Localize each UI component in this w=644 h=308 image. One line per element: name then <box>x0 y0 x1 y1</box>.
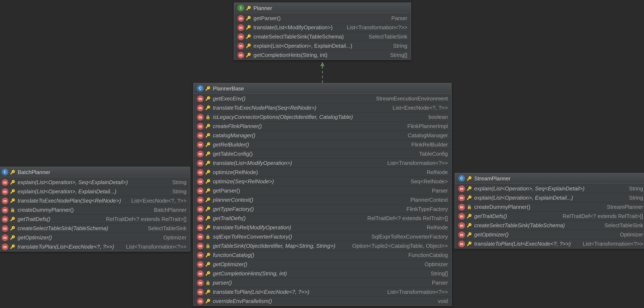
method-row[interactable]: m🔑getOptimizer()Optimizer <box>194 259 451 269</box>
method-row[interactable]: m🔑getTraitDefs()RelTraitDef<? extends Re… <box>0 214 190 223</box>
method-row[interactable]: m🔑explain(List<Operation>, ExplainDetail… <box>234 41 411 50</box>
class-title-row[interactable]: C🔑StreamPlanner <box>455 173 644 184</box>
method-row[interactable]: m🔑getTableConfig()TableConfig <box>194 149 451 158</box>
key-icon: 🔑 <box>467 195 472 200</box>
method-row[interactable]: m🔑getTypeFactory()FlinkTypeFactory <box>194 204 451 213</box>
method-row[interactable]: m🔑explain(List<Operation>, ExplainDetail… <box>0 187 190 196</box>
lock-icon: 🔒 <box>10 207 15 212</box>
uml-class-plannerbase[interactable]: C🔑PlannerBasem🔑getExecEnv()StreamExecuti… <box>193 83 452 306</box>
method-icon: m <box>197 252 204 258</box>
class-title-row[interactable]: I🔑Planner <box>234 3 411 14</box>
return-type: RelNode <box>427 224 448 231</box>
method-row[interactable]: m🔑getTraitDefs()RelTraitDef<? extends Re… <box>194 213 451 223</box>
method-row[interactable]: m🔑catalogManager()CatalogManager <box>194 131 451 140</box>
method-row[interactable]: m🔑getParser()Parser <box>194 186 451 195</box>
uml-diagram-canvas[interactable]: I🔑Plannerm🔑getParser()Parserm🔑translate(… <box>0 0 644 308</box>
uml-class-planner[interactable]: I🔑Plannerm🔑getParser()Parserm🔑translate(… <box>234 3 411 60</box>
method-icon: m <box>197 224 204 231</box>
key-icon: 🔑 <box>205 262 210 267</box>
method-icon: m <box>197 206 204 212</box>
method-row[interactable]: m🔒sqlExprToRexConverterFactory()SqlExprT… <box>194 232 451 241</box>
method-row[interactable]: m🔑createSelectTableSink(TableSchema)Sele… <box>234 32 411 41</box>
method-row[interactable]: m🔑translateToRel(ModifyOperation)RelNode <box>194 223 451 232</box>
method-row[interactable]: m🔑optimize(Seq<RelNode>)Seq<RelNode> <box>194 177 451 186</box>
return-type: List<ExecNode<?, ?>> <box>392 105 448 111</box>
method-row[interactable]: m🔑overrideEnvParallelism()void <box>194 296 451 305</box>
method-icon: m <box>197 261 204 268</box>
return-type: RelTraitDef<? extends RelTrait>[] <box>106 216 186 222</box>
method-row[interactable]: m🔑translateToPlan(List<ExecNode<?, ?>>)L… <box>194 287 451 296</box>
method-icon: m <box>197 114 204 120</box>
key-icon: 🔑 <box>205 179 210 184</box>
method-row[interactable]: m🔑translateToPlan(List<ExecNode<?, ?>>)L… <box>0 242 190 251</box>
key-icon: 🔑 <box>246 25 251 30</box>
return-type: StreamExecutionEnvironment <box>376 95 448 102</box>
uml-class-batchplanner[interactable]: C🔑BatchPlannerm🔑explain(List<Operation>,… <box>0 167 190 251</box>
return-type: boolean <box>428 114 448 120</box>
class-title-row[interactable]: C🔑BatchPlanner <box>0 167 190 177</box>
method-row[interactable]: m🔑getCompletionHints(String, int)String[… <box>194 269 451 278</box>
method-icon: m <box>238 24 244 31</box>
method-signature: catalogManager() <box>213 132 401 139</box>
method-row[interactable]: m🔑getParser()Parser <box>234 14 411 23</box>
return-type: Parser <box>391 15 407 21</box>
method-row[interactable]: m🔒createDummyPlanner()StreamPlanner <box>455 202 644 211</box>
method-row[interactable]: m🔑getOptimizer()Optimizer <box>0 233 190 242</box>
method-icon: m <box>238 52 244 58</box>
method-row[interactable]: m🔒getTableSink(ObjectIdentifier, Map<Str… <box>194 241 451 250</box>
method-row[interactable]: m🔑explain(List<Operation>, Seq<ExplainDe… <box>455 184 644 193</box>
method-row[interactable]: m🔑explain(List<Operation>, Seq<ExplainDe… <box>0 177 190 187</box>
method-row[interactable]: m🔑createSelectTableSink(TableSchema)Sele… <box>0 223 190 233</box>
method-icon: m <box>197 132 204 139</box>
key-icon: 🔑 <box>205 105 210 110</box>
class-icon: C <box>2 169 8 175</box>
method-row[interactable]: m🔑translateToExecNodePlan(Seq<RelNode>)L… <box>0 196 190 205</box>
method-row[interactable]: m🔑translate(List<ModifyOperation>)List<T… <box>194 158 451 167</box>
method-icon: m <box>197 288 204 295</box>
method-icon: m <box>197 150 204 157</box>
method-icon: m <box>197 298 204 304</box>
key-icon: 🔑 <box>205 151 210 156</box>
method-icon: m <box>2 188 8 195</box>
method-row[interactable]: m🔑createSelectTableSink(TableSchema)Sele… <box>455 220 644 230</box>
method-row[interactable]: m🔑translateToPlan(List<ExecNode<?, ?>>)L… <box>455 239 644 248</box>
method-signature: createSelectTableSink(TableSchema) <box>474 222 598 228</box>
method-row[interactable]: m🔑translate(List<ModifyOperation>)List<T… <box>234 23 411 32</box>
key-icon: 🔑 <box>205 197 210 202</box>
method-row[interactable]: m🔑plannerContext()PlannerContext <box>194 195 451 204</box>
method-icon: m <box>458 194 465 201</box>
return-type: List<Transformation<?>> <box>387 289 448 295</box>
return-type: Parser <box>432 279 448 286</box>
method-row[interactable]: m🔑optimize(RelNode)RelNode <box>194 167 451 177</box>
method-row[interactable]: m🔒parser()Parser <box>194 278 451 287</box>
method-signature: getExecEnv() <box>213 95 369 102</box>
key-icon: 🔑 <box>10 235 15 240</box>
method-row[interactable]: m🔑getOptimizer()Optimizer <box>455 230 644 239</box>
uml-class-streamplanner[interactable]: C🔑StreamPlannerm🔑explain(List<Operation>… <box>454 173 644 248</box>
return-type: String <box>172 179 186 185</box>
key-icon: 🔑 <box>205 271 210 276</box>
method-signature: createDummyPlanner() <box>474 204 600 210</box>
class-title-row[interactable]: C🔑PlannerBase <box>194 83 451 94</box>
key-icon: 🔑 <box>246 34 251 39</box>
method-row[interactable]: m🔑functionCatalog()FunctionCatalog <box>194 250 451 259</box>
return-type: Parser <box>432 187 448 194</box>
method-row[interactable]: m🔒createDummyPlanner()BatchPlanner <box>0 205 190 214</box>
key-icon: 🔑 <box>467 176 472 181</box>
method-icon: m <box>197 169 204 176</box>
key-icon: 🔑 <box>205 289 210 294</box>
key-icon: 🔑 <box>10 217 15 222</box>
method-signature: translate(List<ModifyOperation>) <box>254 24 340 31</box>
method-row[interactable]: m🔒isLegacyConnectorOptions(ObjectIdentif… <box>194 112 451 121</box>
method-row[interactable]: m🔑translateToExecNodePlan(Seq<RelNode>)L… <box>194 103 451 112</box>
method-row[interactable]: m🔑createFlinkPlanner()FlinkPlannerImpl <box>194 121 451 131</box>
method-row[interactable]: m🔑getCompletionHints(String, int)String[… <box>234 50 411 60</box>
method-row[interactable]: m🔑getRelBuilder()FlinkRelBuilder <box>194 140 451 149</box>
return-type: RelTraitDef<? extends RelTrait>[] <box>367 215 448 221</box>
method-row[interactable]: m🔑getExecEnv()StreamExecutionEnvironment <box>194 94 451 103</box>
method-row[interactable]: m🔑getTraitDefs()RelTraitDef<? extends Re… <box>455 211 644 220</box>
method-signature: optimize(RelNode) <box>213 169 420 175</box>
method-signature: plannerContext() <box>213 197 404 203</box>
method-row[interactable]: m🔑explain(List<Operation>, ExplainDetail… <box>455 193 644 202</box>
return-type: CatalogManager <box>408 132 448 139</box>
